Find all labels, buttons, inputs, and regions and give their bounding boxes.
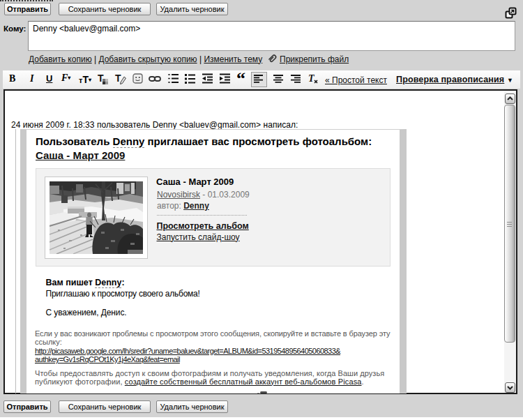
svg-text:T: T bbox=[115, 73, 121, 84]
svg-text:T: T bbox=[308, 73, 315, 84]
